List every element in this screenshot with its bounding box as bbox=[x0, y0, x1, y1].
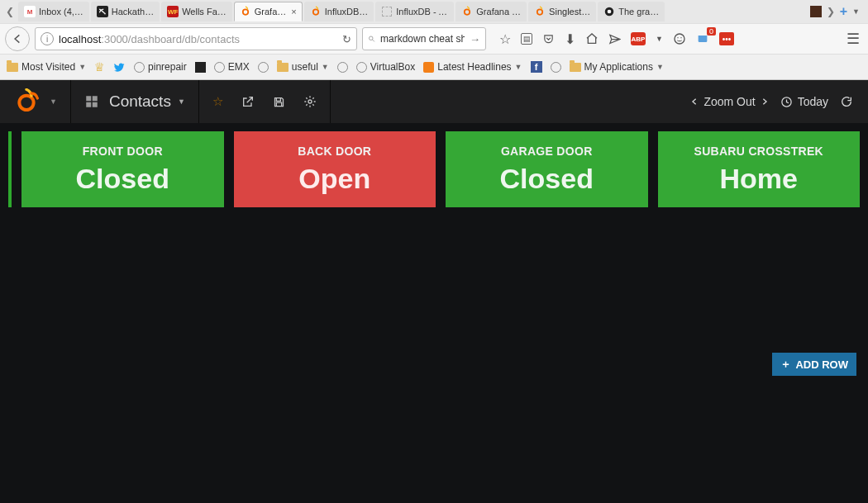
bookmark-item[interactable]: f bbox=[531, 61, 542, 73]
chevron-down-icon: ▼ bbox=[515, 63, 522, 71]
bookmark-item[interactable]: VirtualBox bbox=[356, 61, 415, 73]
tabstrip-right-arrow[interactable]: ❯ bbox=[827, 6, 835, 17]
globe-icon bbox=[214, 62, 225, 73]
add-row-button[interactable]: ＋ ADD ROW bbox=[772, 353, 856, 376]
svg-rect-15 bbox=[93, 102, 98, 107]
bookmark-item[interactable] bbox=[195, 62, 206, 73]
folder-icon bbox=[570, 63, 581, 72]
tabstrip-end-controls: ❯ + ▼ bbox=[810, 4, 865, 19]
address-bar[interactable]: i localhost:3000/dashboard/db/contacts ↻ bbox=[35, 27, 357, 50]
menu-icon[interactable]: ☰ bbox=[847, 30, 863, 48]
new-tab-button[interactable]: + bbox=[840, 4, 847, 19]
bookmark-item[interactable]: useful▼ bbox=[277, 61, 329, 73]
bookmark-label: useful bbox=[292, 61, 318, 73]
svg-point-3 bbox=[537, 9, 542, 14]
browser-tab[interactable]: MInbox (4,… bbox=[18, 2, 89, 21]
svg-point-10 bbox=[680, 37, 681, 38]
tab-favicon bbox=[461, 6, 473, 17]
grafana-logo-icon bbox=[13, 88, 40, 115]
notification-icon[interactable]: 0 bbox=[696, 32, 709, 45]
globe-icon bbox=[356, 62, 367, 73]
bookmark-item[interactable]: Most Visited▼ bbox=[7, 61, 86, 73]
singlestat-panel[interactable]: FRONT DOORClosed bbox=[21, 131, 224, 207]
pocket-icon[interactable] bbox=[542, 33, 555, 45]
adblock-icon[interactable]: ABP bbox=[631, 32, 646, 45]
bookmark-item[interactable] bbox=[113, 62, 126, 73]
send-icon[interactable] bbox=[608, 33, 621, 45]
bookmark-item[interactable]: pinrepair bbox=[134, 61, 187, 73]
search-go-icon[interactable]: → bbox=[470, 33, 480, 45]
chat-icon[interactable]: ▼ bbox=[656, 35, 663, 43]
refresh-button[interactable] bbox=[840, 95, 853, 108]
chevron-down-icon: ▼ bbox=[656, 63, 664, 71]
dashboard-picker[interactable]: Contacts ▼ bbox=[71, 80, 199, 123]
tabstrip-overflow-caret[interactable]: ▼ bbox=[852, 7, 860, 16]
browser-tab[interactable]: WFWells Fa… bbox=[161, 2, 232, 21]
close-tab-icon[interactable]: × bbox=[291, 7, 296, 17]
browser-tab[interactable]: The gra… bbox=[598, 2, 665, 21]
browser-tab[interactable]: Grafana … bbox=[455, 2, 527, 21]
add-row-label: ADD ROW bbox=[795, 358, 848, 371]
chevron-left-icon bbox=[690, 97, 699, 107]
singlestat-panel[interactable]: GARAGE DOORClosed bbox=[446, 131, 648, 207]
svg-point-8 bbox=[675, 34, 684, 44]
browser-tab[interactable]: Singlest… bbox=[528, 2, 596, 21]
browser-tab[interactable]: ⛏Hackath… bbox=[91, 2, 160, 21]
svg-point-11 bbox=[19, 96, 33, 110]
reader-icon[interactable]: ▤ bbox=[521, 33, 532, 45]
svg-point-5 bbox=[608, 10, 612, 14]
bookmark-item[interactable]: ♕ bbox=[94, 60, 105, 74]
settings-button[interactable] bbox=[303, 95, 317, 108]
zoom-out-button[interactable]: Zoom Out bbox=[690, 95, 768, 108]
grafana-logo-cell[interactable]: ▼ bbox=[0, 80, 71, 123]
lastpass-icon[interactable]: ••• bbox=[719, 32, 734, 45]
tab-label: Grafana … bbox=[476, 7, 521, 17]
home-icon[interactable] bbox=[585, 32, 599, 45]
tab-label: InfluxDB - A… bbox=[396, 7, 448, 17]
singlestat-panel[interactable]: SUBARU CROSSTREKHome bbox=[658, 131, 861, 207]
bookmark-item[interactable] bbox=[337, 62, 348, 73]
smiley-icon[interactable] bbox=[673, 32, 686, 45]
site-info-icon[interactable]: i bbox=[41, 32, 54, 45]
save-dashboard-button[interactable] bbox=[273, 96, 285, 108]
twitter-icon bbox=[113, 62, 126, 73]
browser-tab[interactable]: InfluxDB - A… bbox=[375, 2, 454, 21]
svg-point-9 bbox=[677, 37, 678, 38]
panel-title: FRONT DOOR bbox=[83, 145, 163, 158]
tab-strip: ❮ MInbox (4,…⛏Hackath…WFWells Fa…Grafa…×… bbox=[0, 0, 868, 23]
search-icon bbox=[368, 34, 375, 44]
svg-point-6 bbox=[370, 36, 374, 40]
chevron-right-icon bbox=[761, 97, 769, 107]
bookmark-item[interactable] bbox=[258, 62, 269, 73]
row-handle[interactable] bbox=[8, 131, 12, 207]
search-input[interactable] bbox=[380, 33, 465, 45]
search-bar[interactable]: → bbox=[362, 27, 486, 50]
dashboard-grid-icon bbox=[84, 94, 99, 109]
tabstrip-left-arrow[interactable]: ❮ bbox=[3, 3, 17, 20]
back-button[interactable] bbox=[5, 26, 30, 51]
download-icon[interactable]: ⬇ bbox=[565, 31, 575, 47]
tab-favicon bbox=[381, 6, 393, 17]
bookmark-item[interactable]: Latest Headlines▼ bbox=[423, 61, 522, 73]
svg-point-16 bbox=[308, 100, 312, 103]
bookmark-item[interactable]: My Applications▼ bbox=[570, 61, 664, 73]
browser-tab[interactable]: Grafa…× bbox=[234, 2, 303, 21]
browser-tab[interactable]: InfluxDB… bbox=[304, 2, 374, 21]
svg-rect-14 bbox=[86, 102, 91, 107]
time-picker: Zoom Out Today bbox=[675, 80, 868, 123]
bookmark-item[interactable] bbox=[551, 62, 561, 73]
panel-value: Closed bbox=[76, 163, 169, 195]
time-range-button[interactable]: Today bbox=[780, 95, 828, 108]
bookmark-label: Latest Headlines bbox=[437, 61, 511, 73]
svg-point-0 bbox=[243, 9, 248, 14]
star-dashboard-button[interactable]: ☆ bbox=[212, 94, 223, 109]
share-dashboard-button[interactable] bbox=[241, 95, 255, 108]
svg-rect-12 bbox=[86, 96, 91, 101]
tab-label: Hackath… bbox=[112, 7, 154, 17]
bookmark-label: My Applications bbox=[584, 61, 653, 73]
bookmark-item[interactable]: EMX bbox=[214, 61, 250, 73]
star-icon[interactable]: ☆ bbox=[499, 31, 511, 47]
singlestat-panel[interactable]: BACK DOOROpen bbox=[234, 131, 436, 207]
square-icon bbox=[810, 6, 822, 17]
reload-icon[interactable]: ↻ bbox=[342, 33, 351, 45]
